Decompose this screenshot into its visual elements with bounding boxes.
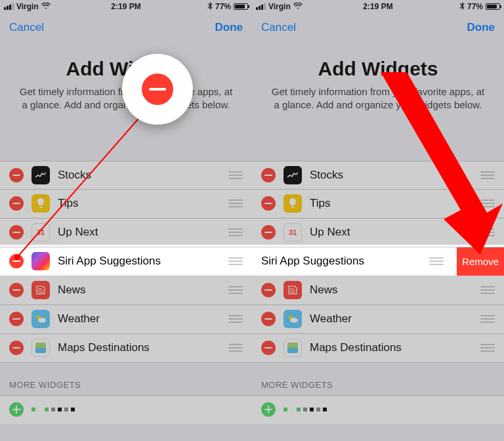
remove-minus-icon[interactable]: [261, 196, 276, 211]
carrier-label: Virgin: [16, 2, 39, 11]
svg-point-1: [38, 318, 46, 323]
wifi-icon: [41, 2, 51, 11]
more-widget-row[interactable]: [0, 395, 252, 424]
drag-handle-icon[interactable]: [228, 200, 243, 207]
svg-point-5: [290, 318, 298, 323]
battery-icon: [234, 3, 248, 10]
widget-row-stocks[interactable]: Stocks: [0, 161, 252, 190]
remove-minus-icon[interactable]: [9, 254, 24, 268]
clock: 2:19 PM: [363, 2, 392, 11]
widget-label: Siri App Suggestions: [58, 255, 220, 268]
widget-row-news[interactable]: News: [0, 276, 252, 305]
nav-bar: Cancel Done: [252, 13, 504, 42]
remove-minus-icon[interactable]: [261, 341, 276, 355]
status-bar: Virgin 2:19 PM 77%: [0, 0, 252, 13]
more-widgets-header: MORE WIDGETS: [252, 363, 504, 395]
calendar-icon: 31: [284, 223, 302, 242]
add-plus-icon[interactable]: [9, 402, 24, 417]
remove-minus-icon[interactable]: [9, 196, 24, 211]
pixelated-icon: [284, 408, 327, 411]
drag-handle-icon[interactable]: [228, 344, 243, 352]
bluetooth-icon: [207, 2, 213, 12]
widget-label: Weather: [58, 312, 220, 326]
remove-minus-icon[interactable]: [261, 312, 276, 326]
carrier-label: Virgin: [268, 2, 291, 11]
drag-handle-icon[interactable]: [480, 315, 495, 323]
status-bar: Virgin 2:19 PM 77%: [252, 0, 504, 13]
widget-label: Tips: [58, 197, 220, 210]
widget-label: Maps Destinations: [310, 341, 472, 354]
news-icon: [284, 281, 302, 299]
cancel-button[interactable]: Cancel: [261, 21, 296, 34]
maps-icon: [32, 339, 50, 357]
widget-row-weather[interactable]: Weather: [252, 305, 504, 334]
widget-row-maps[interactable]: Maps Destinations: [252, 334, 504, 363]
battery-icon: [486, 3, 500, 10]
wifi-icon: [293, 2, 303, 11]
remove-minus-icon[interactable]: [9, 225, 24, 240]
drag-handle-icon[interactable]: [480, 286, 495, 294]
battery-pct: 77%: [467, 2, 483, 11]
done-button[interactable]: Done: [215, 21, 243, 34]
siri-icon: [32, 252, 50, 270]
widget-label: Maps Destinations: [58, 341, 220, 354]
pixelated-icon: [32, 408, 75, 411]
widget-label: News: [310, 284, 472, 297]
magnified-callout: [122, 54, 193, 125]
signal-bars-icon: [4, 3, 14, 10]
right-screenshot: Virgin 2:19 PM 77% Cancel Done Add Widge…: [252, 0, 504, 441]
signal-bars-icon: [256, 3, 266, 10]
drag-handle-icon[interactable]: [480, 344, 495, 352]
cancel-button[interactable]: Cancel: [9, 21, 44, 34]
widget-label: Weather: [310, 312, 472, 326]
drag-handle-icon[interactable]: [228, 228, 243, 236]
more-widgets-header: MORE WIDGETS: [0, 363, 252, 395]
magnified-minus-icon: [142, 74, 173, 105]
tips-icon: [32, 194, 50, 213]
drag-handle-icon[interactable]: [228, 286, 243, 294]
left-screenshot: Virgin 2:19 PM 77% Cancel Done Add Widge…: [0, 0, 252, 441]
widget-label: Stocks: [58, 169, 220, 182]
remove-minus-icon[interactable]: [261, 168, 276, 182]
done-button[interactable]: Done: [467, 21, 495, 34]
annotation-arrow: [381, 72, 504, 262]
widget-row-maps[interactable]: Maps Destinations: [0, 334, 252, 363]
remove-minus-icon[interactable]: [261, 225, 276, 240]
remove-minus-icon[interactable]: [9, 341, 24, 355]
calendar-icon: 31: [32, 223, 50, 242]
widget-label: Up Next: [58, 226, 220, 239]
widget-row-weather[interactable]: Weather: [0, 305, 252, 334]
nav-bar: Cancel Done: [0, 13, 252, 42]
widget-list: Stocks Tips 31 Up Next Siri App Suggesti…: [0, 161, 252, 363]
widget-row-news[interactable]: News: [252, 276, 504, 305]
bluetooth-icon: [459, 2, 465, 12]
more-widget-row[interactable]: [252, 395, 504, 424]
remove-minus-icon[interactable]: [261, 283, 276, 297]
widget-row-upnext[interactable]: 31 Up Next: [0, 219, 252, 247]
drag-handle-icon[interactable]: [228, 315, 243, 323]
remove-minus-icon[interactable]: [9, 312, 24, 326]
weather-icon: [32, 310, 50, 328]
widget-label: News: [58, 284, 220, 297]
widget-row-tips[interactable]: Tips: [0, 190, 252, 219]
battery-pct: 77%: [215, 2, 231, 11]
stocks-icon: [284, 166, 302, 184]
drag-handle-icon[interactable]: [228, 171, 243, 179]
drag-handle-icon[interactable]: [228, 257, 243, 265]
add-plus-icon[interactable]: [261, 402, 276, 417]
news-icon: [32, 281, 50, 299]
tips-icon: [284, 194, 302, 213]
remove-minus-icon[interactable]: [9, 168, 24, 182]
stocks-icon: [32, 166, 50, 184]
maps-icon: [284, 339, 302, 357]
widget-row-siri[interactable]: Siri App Suggestions: [0, 247, 252, 276]
remove-minus-icon[interactable]: [9, 283, 24, 297]
clock: 2:19 PM: [111, 2, 140, 11]
weather-icon: [284, 310, 302, 328]
svg-marker-6: [381, 72, 503, 255]
